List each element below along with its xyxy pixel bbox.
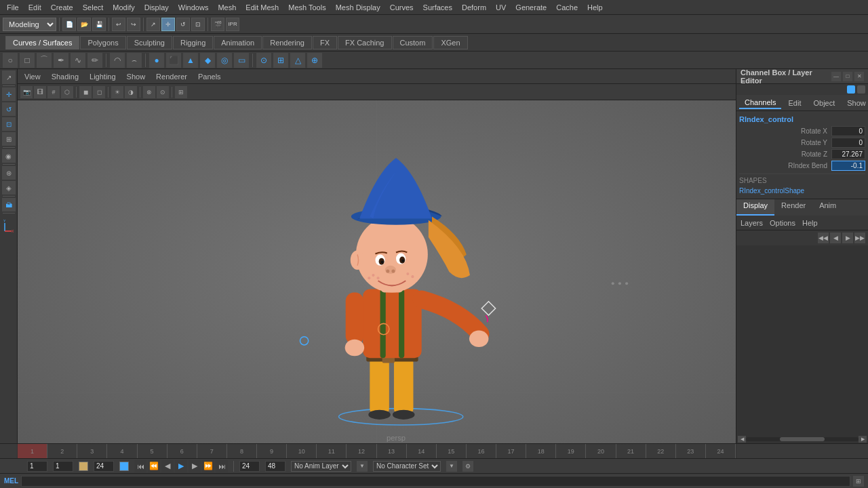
ipr-btn[interactable]: IPR xyxy=(226,18,239,31)
smooth-shaded-btn[interactable]: ◼ xyxy=(79,86,92,98)
rotate-y-value[interactable]: 0 xyxy=(831,138,865,148)
timeline-tick-7[interactable]: 7 xyxy=(197,444,227,458)
anim-layer-btn[interactable]: ▼ xyxy=(357,461,368,472)
timeline-tick-14[interactable]: 14 xyxy=(407,444,437,458)
nurbs-sphere-btn[interactable]: ⊙ xyxy=(256,53,271,68)
hud-btn[interactable]: ⊞ xyxy=(175,86,187,98)
rp-close-btn[interactable]: ✕ xyxy=(854,72,864,81)
bezier-btn[interactable]: ∿ xyxy=(71,53,85,68)
scale-tool-btn[interactable]: ⊡ xyxy=(191,18,205,31)
scroll-right-btn[interactable]: ▶ xyxy=(859,436,867,443)
film-btn[interactable]: 🎞 xyxy=(34,86,46,98)
menu-generate[interactable]: Generate xyxy=(511,2,551,13)
menu-deform[interactable]: Deform xyxy=(458,2,490,13)
frame-range-color[interactable] xyxy=(119,462,129,471)
current-frame-input[interactable] xyxy=(27,461,47,472)
menu-display[interactable]: Display xyxy=(140,2,173,13)
show-manip-btn[interactable]: ⊛ xyxy=(2,166,16,180)
nurbs-cone-btn[interactable]: △ xyxy=(290,53,305,68)
menu-curves[interactable]: Curves xyxy=(386,2,418,13)
sub-options[interactable]: Options xyxy=(770,219,795,227)
timeline-tick-19[interactable]: 19 xyxy=(556,444,586,458)
scale-btn[interactable]: ⊡ xyxy=(2,117,16,131)
vp-menu-show[interactable]: Show xyxy=(124,71,149,82)
timeline-tick-20[interactable]: 20 xyxy=(586,444,616,458)
toggle-light-btn[interactable]: ☀ xyxy=(111,86,123,98)
menu-file[interactable]: File xyxy=(3,2,23,13)
tab-curves-surfaces[interactable]: Curves / Surfaces xyxy=(5,36,79,49)
diamond-btn[interactable]: ◆ xyxy=(200,53,215,68)
rp-color-blue[interactable] xyxy=(847,85,855,94)
pencil-btn[interactable]: ✏ xyxy=(87,53,102,68)
soft-select-btn[interactable]: ◉ xyxy=(2,149,16,163)
timeline-tick-9[interactable]: 9 xyxy=(257,444,287,458)
anim-layer-select[interactable]: No Anim Layer xyxy=(291,461,351,472)
menu-surfaces[interactable]: Surfaces xyxy=(419,2,456,13)
prev-frame-btn[interactable]: ◀ xyxy=(161,460,174,472)
frame-color-swatch[interactable] xyxy=(79,462,88,471)
rp-tab-channels[interactable]: Channels xyxy=(739,97,781,109)
tab-fx[interactable]: FX xyxy=(313,36,337,49)
3pt-arc-btn[interactable]: ⌢ xyxy=(127,53,142,68)
nurbs-cube-btn[interactable]: ⊞ xyxy=(273,53,288,68)
shadow-btn[interactable]: ◑ xyxy=(125,86,137,98)
menu-create[interactable]: Create xyxy=(47,2,77,13)
tab-display[interactable]: Display xyxy=(736,199,774,216)
wireframe-btn[interactable]: ⬡ xyxy=(61,86,73,98)
rotate-tool-btn[interactable]: ↺ xyxy=(176,18,190,31)
vp-menu-renderer[interactable]: Renderer xyxy=(153,71,190,82)
cv-curve-btn[interactable]: ⌒ xyxy=(37,53,52,68)
menu-uv[interactable]: UV xyxy=(492,2,510,13)
timeline-frames[interactable]: 123456789101112131415161718192021222324 xyxy=(18,444,736,458)
frame-range-input[interactable] xyxy=(94,461,114,472)
range-end-input[interactable] xyxy=(265,461,285,472)
timeline-tick-2[interactable]: 2 xyxy=(47,444,77,458)
rp-tab-edit[interactable]: Edit xyxy=(783,98,806,108)
rp-tab-show[interactable]: Show xyxy=(842,98,868,108)
cone-btn[interactable]: ▲ xyxy=(183,53,198,68)
layer-nav-first[interactable]: ◀◀ xyxy=(818,232,829,243)
move-btn[interactable]: ✛ xyxy=(2,87,16,101)
timeline-tick-21[interactable]: 21 xyxy=(616,444,646,458)
menu-windows[interactable]: Windows xyxy=(174,2,213,13)
vp-menu-panels[interactable]: Panels xyxy=(195,71,224,82)
redo-btn[interactable]: ↪ xyxy=(127,18,140,31)
rp-maximize-btn[interactable]: □ xyxy=(843,72,852,81)
tab-xgen[interactable]: XGen xyxy=(433,36,467,49)
tab-rigging[interactable]: Rigging xyxy=(173,36,213,49)
circle-tool-btn[interactable]: ○ xyxy=(3,53,18,68)
tab-render[interactable]: Render xyxy=(774,199,812,216)
component-btn[interactable]: ⊙ xyxy=(157,86,169,98)
render-btn[interactable]: 🎬 xyxy=(211,18,224,31)
timeline-tick-3[interactable]: 3 xyxy=(77,444,107,458)
tab-fx-caching[interactable]: FX Caching xyxy=(338,36,391,49)
vp-menu-shading[interactable]: Shading xyxy=(49,71,81,82)
menu-help[interactable]: Help xyxy=(583,2,607,13)
select-mode-btn[interactable]: ↗ xyxy=(2,70,16,84)
sub-help[interactable]: Help xyxy=(802,219,818,227)
timeline-tick-16[interactable]: 16 xyxy=(467,444,496,458)
go-start-btn[interactable]: ⏮ xyxy=(134,460,146,472)
xray-btn[interactable]: ⊗ xyxy=(143,86,155,98)
play-btn[interactable]: ▶ xyxy=(175,460,187,472)
timeline-tick-1[interactable]: 1 xyxy=(18,444,47,458)
scroll-track[interactable] xyxy=(746,437,859,441)
tab-rendering[interactable]: Rendering xyxy=(262,36,312,49)
tab-animation[interactable]: Animation xyxy=(214,36,262,49)
timeline-tick-5[interactable]: 5 xyxy=(138,444,167,458)
undo-btn[interactable]: ↩ xyxy=(112,18,125,31)
timeline-tick-18[interactable]: 18 xyxy=(526,444,556,458)
ep-curve-btn[interactable]: ✒ xyxy=(54,53,68,68)
timeline-tick-15[interactable]: 15 xyxy=(437,444,467,458)
tab-anim[interactable]: Anim xyxy=(812,199,843,216)
nurbs-torus-btn[interactable]: ⊕ xyxy=(307,53,322,68)
timeline-tick-8[interactable]: 8 xyxy=(227,444,257,458)
flat-shaded-btn[interactable]: ◻ xyxy=(93,86,105,98)
timeline-tick-22[interactable]: 22 xyxy=(646,444,676,458)
vp-menu-view[interactable]: View xyxy=(22,71,43,82)
torus-btn[interactable]: ◎ xyxy=(217,53,232,68)
menu-cache[interactable]: Cache xyxy=(552,2,582,13)
tab-sculpting[interactable]: Sculpting xyxy=(127,36,172,49)
tab-custom[interactable]: Custom xyxy=(393,36,433,49)
timeline-tick-12[interactable]: 12 xyxy=(347,444,376,458)
